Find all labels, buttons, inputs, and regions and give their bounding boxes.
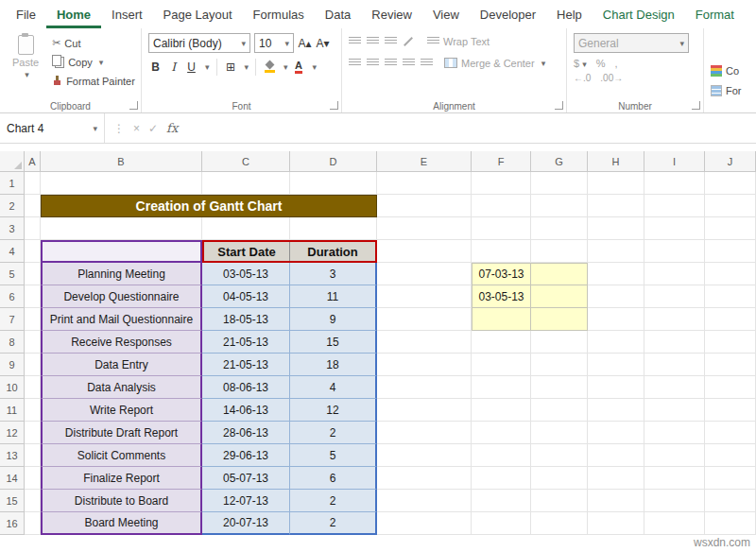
cell[interactable] — [25, 422, 41, 444]
cell[interactable] — [472, 172, 531, 195]
cell-duration[interactable]: 3 — [290, 263, 377, 285]
cell-start-date[interactable]: 14-06-13 — [202, 399, 290, 422]
tab-developer[interactable]: Developer — [470, 0, 546, 28]
number-dialog-launcher-icon[interactable] — [692, 101, 700, 110]
cell[interactable] — [25, 376, 41, 399]
cell[interactable] — [472, 240, 531, 263]
cell-duration[interactable]: 4 — [290, 376, 377, 399]
cell[interactable] — [531, 444, 588, 467]
cell[interactable] — [25, 490, 41, 512]
align-top-icon[interactable] — [349, 37, 361, 45]
cell[interactable] — [531, 376, 588, 399]
cell-start-date[interactable]: 29-06-13 — [202, 444, 290, 467]
grow-font-button[interactable]: A▴ — [298, 34, 312, 52]
cell[interactable] — [588, 399, 644, 422]
cell[interactable] — [377, 376, 472, 399]
cell[interactable] — [25, 285, 41, 308]
cell[interactable] — [705, 490, 756, 512]
align-left-icon[interactable] — [349, 59, 361, 67]
col-header-g[interactable]: G — [531, 151, 588, 172]
comma-style-button[interactable]: , — [614, 58, 617, 69]
cell-task[interactable]: Planning Meeting — [41, 263, 202, 285]
shrink-font-button[interactable]: A▾ — [316, 34, 330, 52]
cell[interactable] — [644, 422, 705, 444]
conditional-formatting-button[interactable]: Co — [711, 62, 751, 78]
cell[interactable] — [377, 490, 472, 512]
cell[interactable] — [377, 240, 472, 263]
cell-task[interactable]: Develop Questionnaire — [41, 285, 202, 308]
cell-task[interactable]: Finalize Report — [41, 467, 202, 490]
cell[interactable] — [705, 422, 756, 444]
cell-start-date[interactable]: 08-06-13 — [202, 376, 290, 399]
currency-button[interactable]: $▾ — [574, 58, 587, 69]
cell-start-date[interactable]: 03-05-13 — [202, 263, 290, 285]
cell[interactable] — [644, 240, 705, 263]
tab-review[interactable]: Review — [361, 0, 422, 28]
col-header-c[interactable]: C — [202, 151, 290, 172]
tab-home[interactable]: Home — [46, 0, 101, 28]
row-header[interactable]: 10 — [0, 376, 25, 399]
cell[interactable] — [25, 331, 41, 354]
cell[interactable] — [531, 354, 588, 376]
cell[interactable] — [588, 308, 644, 331]
cell-f7[interactable] — [472, 308, 531, 331]
row-header[interactable]: 7 — [0, 308, 25, 331]
cell[interactable] — [377, 217, 472, 240]
cell[interactable] — [25, 308, 41, 331]
cell-task[interactable]: Solicit Comments — [41, 444, 202, 467]
cell[interactable] — [531, 490, 588, 512]
cell[interactable] — [644, 399, 705, 422]
cell[interactable] — [472, 399, 531, 422]
row-header[interactable]: 9 — [0, 354, 25, 376]
font-name-select[interactable]: Calibri (Body) ▾ — [148, 33, 250, 53]
cell-start-date[interactable]: 21-05-13 — [202, 331, 290, 354]
chevron-down-icon[interactable]: ▾ — [284, 62, 288, 72]
cell[interactable] — [644, 490, 705, 512]
copy-button[interactable]: Copy ▾ — [52, 54, 135, 70]
bold-button[interactable]: B — [148, 58, 163, 76]
cell[interactable] — [377, 331, 472, 354]
cell-task[interactable]: Write Report — [41, 399, 202, 422]
cell[interactable] — [588, 240, 644, 263]
row-header[interactable]: 3 — [0, 217, 25, 240]
cell[interactable] — [472, 467, 531, 490]
tab-insert[interactable]: Insert — [101, 0, 153, 28]
cell-duration[interactable]: 18 — [290, 354, 377, 376]
cell[interactable] — [588, 512, 644, 535]
cell[interactable] — [472, 490, 531, 512]
italic-button[interactable]: I — [166, 58, 180, 76]
row-header[interactable]: 1 — [0, 172, 25, 195]
tab-formulas[interactable]: Formulas — [243, 0, 315, 28]
cell[interactable] — [25, 240, 41, 263]
cell[interactable] — [377, 399, 472, 422]
align-bottom-icon[interactable] — [385, 37, 397, 45]
borders-button[interactable]: ⊞ — [224, 58, 238, 76]
cell-duration[interactable]: 2 — [290, 490, 377, 512]
col-header-b[interactable]: B — [41, 151, 202, 172]
cell[interactable] — [531, 512, 588, 535]
row-header[interactable]: 15 — [0, 490, 25, 512]
cell[interactable] — [644, 308, 705, 331]
number-format-select[interactable]: General ▾ — [574, 33, 689, 53]
cell[interactable] — [644, 331, 705, 354]
cell-duration[interactable]: 2 — [290, 512, 377, 535]
row-header[interactable]: 12 — [0, 422, 25, 444]
cell-duration[interactable]: 15 — [290, 331, 377, 354]
decrease-decimal-button[interactable]: .00→ — [600, 73, 623, 83]
cell[interactable] — [25, 467, 41, 490]
row-header[interactable]: 8 — [0, 331, 25, 354]
cell[interactable] — [472, 217, 531, 240]
cell[interactable] — [644, 354, 705, 376]
cell-task[interactable]: Distribute Draft Report — [41, 422, 202, 444]
cell-start-date[interactable]: 20-07-13 — [202, 512, 290, 535]
col-header-h[interactable]: H — [588, 151, 644, 172]
tab-data[interactable]: Data — [315, 0, 361, 28]
cell[interactable] — [290, 172, 377, 195]
cell[interactable] — [377, 172, 472, 195]
cell[interactable] — [588, 263, 644, 285]
cell[interactable] — [25, 512, 41, 535]
cell-task[interactable]: Data Analysis — [41, 376, 202, 399]
cell[interactable] — [25, 399, 41, 422]
cell-f6[interactable]: 03-05-13 — [472, 285, 531, 308]
cell[interactable] — [705, 217, 756, 240]
